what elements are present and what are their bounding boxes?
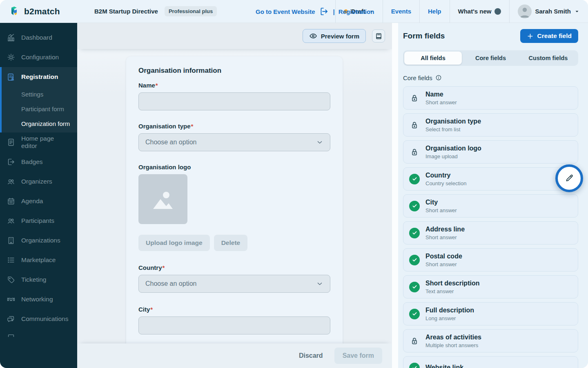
- notebook-icon: [375, 32, 383, 40]
- field-name: Full description: [425, 306, 474, 314]
- document-icon: [7, 138, 16, 147]
- sidebar-item-label: Registration: [21, 73, 58, 81]
- field-name: Country: [425, 171, 466, 179]
- field-card-organisation-logo[interactable]: Organisation logo Image upload: [403, 140, 578, 164]
- core-fields-group-label: Core fields: [403, 74, 578, 81]
- sidebar-nav: Dashboard Configuration Registration Set…: [0, 23, 77, 337]
- app-window: b2match B2M Startup Directive Profession…: [0, 0, 588, 368]
- form-notes-button[interactable]: [372, 29, 385, 43]
- pencil-icon: [564, 173, 574, 183]
- gear-icon: [7, 53, 16, 62]
- go-to-event-website-link[interactable]: Go to Event Website: [256, 8, 315, 15]
- tab-custom-fields[interactable]: Custom fields: [519, 52, 577, 65]
- sidebar-item-partial[interactable]: [7, 333, 16, 337]
- section-title: Organisation information: [138, 66, 330, 75]
- form-footer-bar: Discard Save form: [77, 343, 392, 368]
- sidebar-item-networking[interactable]: Networking: [0, 289, 77, 309]
- panel-title: Form fields: [403, 31, 445, 40]
- sidebar-item-label: Marketplace: [21, 256, 56, 264]
- sidebar-item-home-page-editor[interactable]: Home page editor: [0, 132, 77, 152]
- city-field-label: City*: [138, 306, 330, 313]
- sidebar-subitem-label: Settings: [21, 91, 43, 98]
- whats-new-dot: [494, 8, 501, 15]
- field-card-organisation-type[interactable]: Organisation type Select from list: [403, 113, 578, 137]
- field-card-postal-code[interactable]: Postal code Short answer: [403, 248, 578, 272]
- sidebar-item-label: Communications: [21, 315, 68, 323]
- lock-icon: [409, 120, 420, 130]
- upload-logo-button[interactable]: Upload logo image: [138, 235, 210, 251]
- list-icon: [7, 256, 16, 265]
- info-icon: [435, 74, 442, 81]
- events-nav: Events: [383, 0, 419, 23]
- save-form-button[interactable]: Save form: [334, 348, 382, 364]
- sidebar-item-label: Home page editor: [21, 135, 71, 150]
- plus-icon: [527, 33, 534, 40]
- sidebar-item-label: Organizers: [21, 178, 52, 185]
- field-name: Website link: [425, 364, 463, 368]
- field-card-country[interactable]: Country Country selection: [403, 167, 578, 191]
- registration-icon: [7, 72, 16, 81]
- whats-new-nav[interactable]: What's new: [450, 0, 510, 23]
- check-circle-icon: [409, 282, 420, 292]
- field-card-areas-of-activities[interactable]: Areas of activities Multiple short answe…: [403, 329, 578, 352]
- logo-image-placeholder: [138, 174, 187, 224]
- organisation-information-card: Organisation information Name* Organisat…: [126, 56, 343, 343]
- field-type: Image upload: [425, 153, 481, 159]
- country-field-label: Country*: [138, 264, 330, 272]
- field-card-name[interactable]: Name Short answer: [403, 86, 578, 110]
- main-area: Preview form Organisation information Na…: [77, 23, 392, 368]
- dashboard-icon: [7, 33, 16, 42]
- field-card-full-description[interactable]: Full description Long answer: [403, 302, 578, 325]
- select-placeholder: Choose an option: [145, 280, 196, 287]
- organisation-type-select[interactable]: Choose an option: [138, 133, 330, 151]
- sidebar-item-badges[interactable]: Badges: [0, 152, 77, 172]
- required-asterisk: *: [163, 264, 165, 271]
- field-card-website-link[interactable]: Website link: [403, 356, 578, 368]
- field-type: Short answer: [425, 261, 462, 267]
- preview-form-label: Preview form: [321, 33, 359, 40]
- field-name: Areas of activities: [425, 333, 481, 341]
- brand[interactable]: b2match: [0, 6, 77, 17]
- partial-icon: [7, 333, 16, 337]
- city-input[interactable]: [138, 316, 330, 334]
- chevron-down-icon: [574, 9, 580, 14]
- tab-all-fields[interactable]: All fields: [404, 52, 462, 65]
- sidebar-item-communications[interactable]: Communications: [0, 309, 77, 329]
- check-circle-icon: [409, 363, 420, 368]
- country-select[interactable]: Choose an option: [138, 275, 330, 293]
- discard-button[interactable]: Discard: [299, 352, 323, 359]
- sidebar-item-organizers[interactable]: Organizers: [0, 172, 77, 191]
- sidebar-item-participants[interactable]: Participants: [0, 211, 77, 231]
- sidebar-subitem-organization-form[interactable]: Organization form: [0, 116, 77, 131]
- external-link-icon: [319, 6, 330, 17]
- field-card-short-description[interactable]: Short description Text answer: [403, 275, 578, 298]
- sidebar-item-configuration[interactable]: Configuration: [0, 47, 77, 67]
- sidebar: Dashboard Configuration Registration Set…: [0, 23, 77, 368]
- events-link[interactable]: Events: [391, 8, 411, 15]
- field-type: Select from list: [425, 126, 481, 132]
- registration-link[interactable]: Registration: [339, 8, 374, 15]
- sidebar-item-label: Configuration: [21, 54, 59, 61]
- user-menu[interactable]: Sarah Smith: [509, 0, 588, 23]
- select-placeholder: Choose an option: [145, 139, 196, 146]
- tab-core-fields[interactable]: Core fields: [462, 52, 519, 65]
- create-field-button[interactable]: Create field: [520, 29, 578, 43]
- sidebar-item-agenda[interactable]: Agenda: [0, 191, 77, 211]
- help-link[interactable]: Help: [428, 8, 441, 15]
- form-editor-scroll-area: Organisation information Name* Organisat…: [77, 49, 392, 343]
- sidebar-subitem-participant-form[interactable]: Participant form: [0, 101, 77, 116]
- sidebar-item-registration[interactable]: Registration: [0, 67, 77, 87]
- edit-country-field-button[interactable]: [555, 164, 583, 192]
- delete-logo-button[interactable]: Delete: [214, 235, 248, 251]
- name-input[interactable]: [138, 92, 330, 110]
- field-card-city[interactable]: City Short answer: [403, 194, 578, 218]
- sidebar-item-marketplace[interactable]: Marketplace: [0, 250, 77, 270]
- preview-form-button[interactable]: Preview form: [303, 29, 366, 43]
- field-card-address-line[interactable]: Address line Short answer: [403, 221, 578, 245]
- sidebar-item-ticketing[interactable]: Ticketing: [0, 270, 77, 289]
- sidebar-item-dashboard[interactable]: Dashboard: [0, 28, 77, 47]
- sidebar-item-organizations[interactable]: Organizations: [0, 231, 77, 250]
- lock-icon: [409, 93, 420, 103]
- top-header: b2match B2M Startup Directive Profession…: [0, 0, 588, 23]
- sidebar-subitem-settings[interactable]: Settings: [0, 87, 77, 101]
